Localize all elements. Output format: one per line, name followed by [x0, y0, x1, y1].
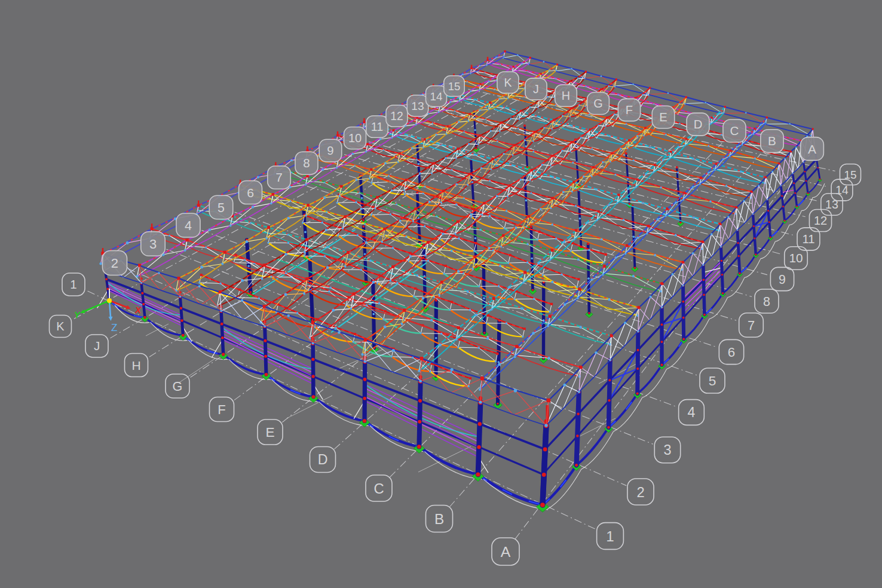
grid-bubble-label: 15	[448, 80, 461, 93]
grid-bubble-top-B[interactable]: B	[761, 130, 783, 152]
grid-bubble-top-9[interactable]: 9	[319, 139, 342, 162]
grid-bubble-label: 2	[111, 256, 118, 271]
grid-bubble-label: D	[694, 118, 703, 131]
grid-bubble-label: H	[131, 359, 140, 372]
grid-bubble-label: 13	[411, 100, 424, 112]
grid-bubble-label: D	[318, 452, 328, 467]
grid-bubble-top-3[interactable]: 3	[141, 232, 166, 256]
grid-bubble-label: 7	[748, 318, 755, 333]
grid-bubble-label: 9	[327, 144, 333, 157]
grid-bubble-top-K[interactable]: K	[497, 72, 519, 93]
grid-bubble-top-J[interactable]: J	[525, 78, 547, 100]
grid-bubble-top-5[interactable]: 5	[209, 195, 233, 219]
grid-bubble-label: 6	[728, 345, 735, 360]
grid-bubble-label: 12	[814, 214, 827, 227]
grid-bubble-top-6[interactable]: 6	[239, 181, 262, 204]
grid-bubble-label: C	[373, 480, 384, 497]
grid-bubble-label: 10	[348, 131, 362, 145]
grid-bubble-label: F	[626, 103, 633, 117]
grid-bubble-label: 11	[802, 232, 814, 246]
grid-bubble-top-11[interactable]: 11	[366, 116, 388, 138]
grid-bubble-top-2[interactable]: 2	[103, 251, 127, 275]
grid-bubble-label: 10	[789, 251, 803, 265]
grid-bubble-top-8[interactable]: 8	[295, 152, 318, 174]
grid-bubble-label: B	[434, 511, 444, 527]
grid-bubble-label: E	[265, 424, 274, 440]
grid-bubble-label: 13	[825, 198, 838, 211]
grid-bubble-label: 6	[247, 186, 254, 200]
grid-bubble-label: 8	[763, 295, 770, 309]
grid-bubble-top-C[interactable]: C	[723, 120, 746, 142]
grid-bubble-label: E	[659, 111, 667, 124]
grid-bubble-top-4[interactable]: 4	[176, 213, 200, 237]
model-3d-view[interactable]: 23456789101112131415KJHGFEDCBAKJHGFEDCBA…	[0, 0, 882, 588]
grid-bubble-label: 3	[663, 442, 671, 458]
grid-bubble-top-15[interactable]: 15	[444, 76, 465, 97]
grid-bubble-top-G[interactable]: G	[587, 93, 610, 115]
grid-bubble-label: 9	[779, 272, 786, 286]
grid-bubble-top-H[interactable]: H	[555, 85, 577, 107]
grid-bubble-label: 4	[688, 405, 696, 420]
grid-bubble-label: A	[808, 142, 816, 156]
model-viewport[interactable]: 23456789101112131415KJHGFEDCBAKJHGFEDCBA…	[0, 0, 882, 588]
grid-bubble-label: 2	[636, 484, 644, 500]
axis-x-label: X	[134, 305, 142, 315]
origin-node	[107, 298, 112, 303]
grid-bubble-label: 1	[606, 528, 614, 544]
grid-bubble-label: 7	[275, 170, 283, 184]
grid-bubble-label: 3	[149, 237, 157, 252]
grid-bubble-label: B	[768, 134, 776, 148]
grid-bubble-top-D[interactable]: D	[687, 113, 709, 136]
grid-bubble-label: K	[56, 320, 65, 333]
grid-bubble-label: 14	[430, 90, 442, 103]
grid-bubble-label: G	[173, 379, 183, 394]
grid-bubble-top-7[interactable]: 7	[268, 166, 291, 189]
grid-bubble-top-10[interactable]: 10	[344, 127, 366, 149]
grid-bubble-top-E[interactable]: E	[652, 106, 675, 128]
grid-bubble-label: 14	[835, 184, 849, 197]
grid-bubble-label: K	[504, 76, 512, 89]
grid-bubble-label: J	[533, 82, 539, 96]
grid-bubble-top-13[interactable]: 13	[407, 95, 428, 117]
grid-bubble-top-12[interactable]: 12	[386, 105, 408, 127]
grid-bubble-label: F	[218, 402, 226, 417]
grid-bubble-label: 1	[70, 277, 76, 291]
grid-bubble-label: 11	[371, 120, 383, 133]
grid-bubble-label: 12	[390, 109, 403, 122]
grid-bubble-top-A[interactable]: A	[801, 137, 824, 161]
grid-bubble-label: G	[593, 97, 602, 110]
grid-bubble-label: C	[730, 124, 739, 137]
grid-bubble-label: A	[501, 544, 511, 560]
axis-z-label: Z	[111, 322, 117, 333]
grid-bubble-top-F[interactable]: F	[618, 99, 640, 121]
grid-bubble-label: 5	[709, 373, 716, 388]
grid-bubble-label: 5	[218, 201, 225, 215]
grid-bubble-label: 8	[303, 156, 310, 170]
grid-bubble-label: H	[562, 89, 570, 102]
grid-bubble-label: 4	[185, 218, 192, 233]
grid-bubble-label: J	[94, 339, 100, 353]
